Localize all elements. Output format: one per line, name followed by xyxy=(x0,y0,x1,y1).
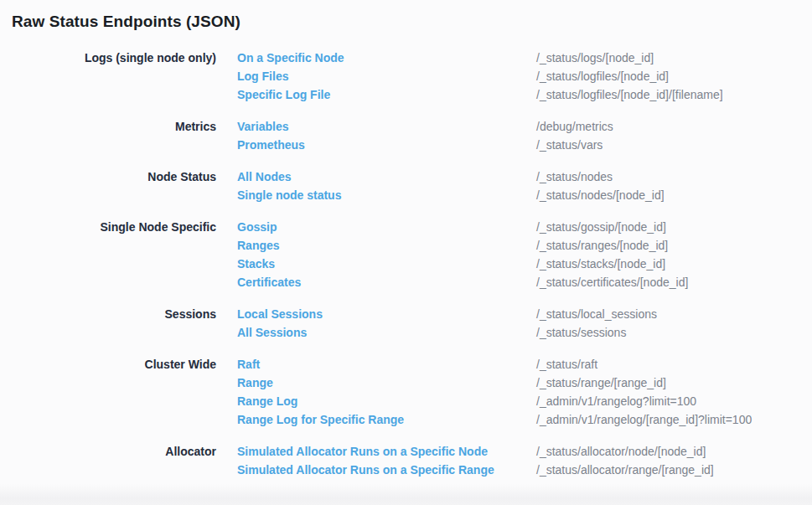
endpoint-path: /_status/local_sessions xyxy=(536,305,657,323)
category-label: Cluster Wide xyxy=(0,355,216,374)
endpoint-row: Single node status/_status/nodes/[node_i… xyxy=(237,186,665,204)
endpoint-path: /_status/allocator/node/[node_id] xyxy=(536,442,706,461)
raw-status-endpoints-page: Raw Status Endpoints (JSON) Logs (single… xyxy=(0,0,812,505)
bottom-fade xyxy=(0,484,812,505)
endpoint-group: Node StatusAll Nodes/_status/nodesSingle… xyxy=(0,167,812,204)
endpoint-group: Cluster WideRaft/_status/raftRange/_stat… xyxy=(0,355,812,429)
endpoint-row: All Nodes/_status/nodes xyxy=(237,167,665,186)
endpoint-link[interactable]: Stacks xyxy=(237,255,536,273)
category-label: Node Status xyxy=(0,167,216,186)
endpoint-path: /_admin/v1/rangelog?limit=100 xyxy=(536,392,696,410)
endpoint-link[interactable]: Single node status xyxy=(237,186,536,204)
endpoint-row: Range/_status/range/[range_id] xyxy=(237,374,752,392)
endpoint-link[interactable]: Log Files xyxy=(237,67,536,85)
endpoint-path: /_status/allocator/range/[range_id] xyxy=(536,461,714,479)
endpoint-row: Certificates/_status/certificates/[node_… xyxy=(237,273,688,291)
endpoint-path: /_status/ranges/[node_id] xyxy=(536,236,668,255)
page-title: Raw Status Endpoints (JSON) xyxy=(0,0,812,33)
endpoint-link[interactable]: Raft xyxy=(237,355,536,374)
endpoint-path: /_status/raft xyxy=(536,355,597,374)
endpoint-row: Log Files/_status/logfiles/[node_id] xyxy=(237,67,723,85)
endpoint-rows: Gossip/_status/gossip/[node_id]Ranges/_s… xyxy=(237,218,688,291)
endpoint-row: Simulated Allocator Runs on a Specific R… xyxy=(237,461,714,479)
endpoint-link[interactable]: Local Sessions xyxy=(237,305,536,323)
endpoint-path: /_status/range/[range_id] xyxy=(536,374,666,392)
endpoint-group: AllocatorSimulated Allocator Runs on a S… xyxy=(0,442,812,479)
endpoint-link[interactable]: Simulated Allocator Runs on a Specific N… xyxy=(237,442,536,461)
endpoint-row: Range Log/_admin/v1/rangelog?limit=100 xyxy=(237,392,752,410)
endpoint-link[interactable]: All Sessions xyxy=(237,323,536,342)
endpoint-link[interactable]: Ranges xyxy=(237,236,536,255)
endpoint-path: /_status/vars xyxy=(536,136,603,154)
endpoint-row: Gossip/_status/gossip/[node_id] xyxy=(237,218,688,236)
endpoint-rows: Simulated Allocator Runs on a Specific N… xyxy=(237,442,714,479)
category-label: Allocator xyxy=(0,442,216,461)
endpoint-rows: Variables/debug/metricsPrometheus/_statu… xyxy=(237,117,613,154)
endpoint-row: Stacks/_status/stacks/[node_id] xyxy=(237,255,688,273)
endpoint-table: Logs (single node only)On a Specific Nod… xyxy=(0,49,812,479)
endpoint-path: /_status/certificates/[node_id] xyxy=(536,273,688,291)
endpoint-row: All Sessions/_status/sessions xyxy=(237,323,657,342)
endpoint-link[interactable]: Certificates xyxy=(237,273,536,291)
endpoint-link[interactable]: On a Specific Node xyxy=(237,49,536,67)
endpoint-row: Raft/_status/raft xyxy=(237,355,752,374)
endpoint-row: Ranges/_status/ranges/[node_id] xyxy=(237,236,688,255)
endpoint-path: /_status/nodes xyxy=(536,167,613,186)
endpoint-path: /_status/gossip/[node_id] xyxy=(536,218,666,236)
endpoint-link[interactable]: Range Log for Specific Range xyxy=(237,410,536,429)
endpoint-path: /_status/logfiles/[node_id] xyxy=(536,67,669,85)
endpoint-link[interactable]: Range Log xyxy=(237,392,536,410)
endpoint-link[interactable]: Prometheus xyxy=(237,136,536,154)
endpoint-path: /_status/stacks/[node_id] xyxy=(536,255,665,273)
endpoint-path: /_admin/v1/rangelog/[range_id]?limit=100 xyxy=(536,410,752,429)
endpoint-rows: Raft/_status/raftRange/_status/range/[ra… xyxy=(237,355,752,429)
endpoint-rows: Local Sessions/_status/local_sessionsAll… xyxy=(237,305,657,342)
endpoint-row: Variables/debug/metrics xyxy=(237,117,613,136)
endpoint-link[interactable]: Simulated Allocator Runs on a Specific R… xyxy=(237,461,536,479)
endpoint-path: /_status/sessions xyxy=(536,323,626,342)
endpoint-rows: On a Specific Node/_status/logs/[node_id… xyxy=(237,49,723,104)
endpoint-row: On a Specific Node/_status/logs/[node_id… xyxy=(237,49,723,67)
category-label: Sessions xyxy=(0,305,216,323)
endpoint-path: /debug/metrics xyxy=(536,117,613,136)
endpoint-link[interactable]: Variables xyxy=(237,117,536,136)
endpoint-path: /_status/logs/[node_id] xyxy=(536,49,654,67)
endpoint-group: SessionsLocal Sessions/_status/local_ses… xyxy=(0,305,812,342)
endpoint-row: Specific Log File/_status/logfiles/[node… xyxy=(237,85,723,104)
endpoint-row: Local Sessions/_status/local_sessions xyxy=(237,305,657,323)
endpoint-path: /_status/nodes/[node_id] xyxy=(536,186,665,204)
endpoint-group: MetricsVariables/debug/metricsPrometheus… xyxy=(0,117,812,154)
category-label: Metrics xyxy=(0,117,216,136)
endpoint-group: Single Node SpecificGossip/_status/gossi… xyxy=(0,218,812,291)
endpoint-rows: All Nodes/_status/nodesSingle node statu… xyxy=(237,167,665,204)
endpoint-path: /_status/logfiles/[node_id]/[filename] xyxy=(536,85,723,104)
endpoint-link[interactable]: Specific Log File xyxy=(237,85,536,104)
endpoint-row: Prometheus/_status/vars xyxy=(237,136,613,154)
endpoint-link[interactable]: All Nodes xyxy=(237,167,536,186)
endpoint-group: Logs (single node only)On a Specific Nod… xyxy=(0,49,812,104)
category-label: Logs (single node only) xyxy=(0,49,216,67)
endpoint-link[interactable]: Range xyxy=(237,374,536,392)
endpoint-row: Range Log for Specific Range/_admin/v1/r… xyxy=(237,410,752,429)
category-label: Single Node Specific xyxy=(0,218,216,236)
endpoint-link[interactable]: Gossip xyxy=(237,218,536,236)
endpoint-row: Simulated Allocator Runs on a Specific N… xyxy=(237,442,714,461)
